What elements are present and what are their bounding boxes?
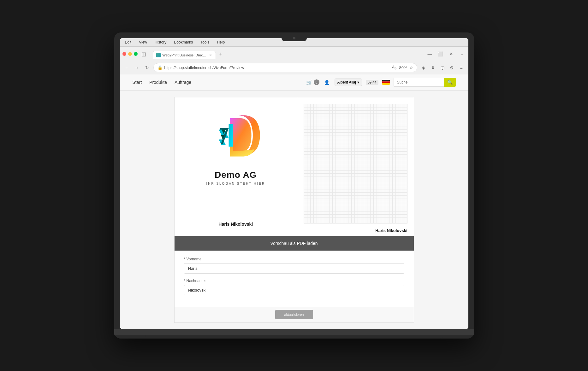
window-minimize-button[interactable]: — — [426, 50, 434, 58]
zoom-level: 80% — [399, 65, 407, 70]
bottom-area: aktualisieren — [175, 307, 414, 322]
address-bar: ← → ↻ 🔒 https://shop.staffelmedien.ch/Vi… — [120, 61, 468, 74]
webcam-notch — [282, 35, 307, 41]
webcam-dot — [293, 37, 295, 39]
company-name: Demo AG — [215, 170, 257, 180]
minimize-button[interactable] — [128, 52, 132, 56]
company-logo — [207, 107, 264, 164]
svg-rect-2 — [382, 83, 390, 85]
forward-button[interactable]: → — [133, 64, 141, 72]
url-bar[interactable]: 🔒 https://shop.staffelmedien.ch/VivaForm… — [153, 63, 417, 72]
close-button[interactable] — [122, 52, 126, 56]
tab-title: Web2Print Business: Drucksac — [163, 53, 207, 57]
extensions-button[interactable]: ⬡ — [439, 64, 446, 72]
sidebar-toggle-button[interactable]: ◫ — [140, 50, 148, 58]
svg-rect-1 — [382, 82, 390, 83]
security-icon: 🔒 — [157, 65, 163, 70]
settings-button[interactable]: ⚙ — [448, 64, 456, 72]
cart-button[interactable]: 🛒 0 — [306, 79, 319, 85]
front-person-name: Haris Nikolovski — [218, 222, 253, 227]
pocket-button[interactable]: ◈ — [420, 64, 427, 72]
tab-close-button[interactable]: × — [209, 53, 212, 57]
url-action-icons: A字 80% ☆ — [392, 65, 413, 71]
back-panel: Haris Nikolovski — [297, 97, 414, 236]
translate-icon[interactable]: A字 — [392, 65, 397, 71]
reload-button[interactable]: ↻ — [143, 64, 151, 72]
laptop-stand — [145, 335, 443, 339]
download-button[interactable]: ⬇ — [429, 64, 437, 72]
browser-chrome: ◫ Web2Print Business: Drucksac × + — ⬜ — [120, 47, 468, 74]
menu-button[interactable]: ≡ — [458, 64, 465, 72]
back-button[interactable]: ← — [123, 64, 131, 72]
preview-panels: Demo AG IHR SLOGAN STEHT HIER Haris Niko… — [175, 97, 414, 236]
website: Start Produkte Aufträge 🛒 0 👤 Albérit Al… — [120, 74, 468, 329]
os-menu-help[interactable]: Help — [216, 39, 226, 45]
window-restore-button[interactable]: ⬜ — [437, 50, 444, 58]
search-button[interactable]: 🔍 — [444, 78, 456, 87]
nachname-input[interactable] — [184, 285, 404, 295]
vorname-input[interactable] — [184, 263, 404, 274]
user-account-button[interactable]: Albérit Allaj ▾ — [335, 78, 362, 86]
search-form: 🔍 — [394, 78, 456, 87]
preview-container: Demo AG IHR SLOGAN STEHT HIER Haris Niko… — [174, 97, 414, 323]
vorname-label: * Vorname: — [184, 257, 404, 261]
site-navigation: Start Produkte Aufträge 🛒 0 👤 Albérit Al… — [120, 74, 468, 91]
company-slogan: IHR SLOGAN STEHT HIER — [206, 182, 265, 185]
vorname-group: * Vorname: — [184, 257, 404, 274]
user-name: Albérit Allaj — [337, 80, 356, 84]
site-nav-links: Start Produkte Aufträge — [133, 80, 192, 85]
back-person-name: Haris Nikolovski — [375, 228, 407, 233]
form-section: * Vorname: * Nachname: — [175, 251, 414, 307]
grid-paper — [304, 104, 407, 223]
nav-start[interactable]: Start — [133, 80, 142, 85]
laptop-base — [114, 329, 474, 335]
window-controls — [122, 52, 138, 56]
search-input[interactable] — [394, 78, 444, 87]
update-button-hint: aktualisieren — [284, 313, 304, 316]
bookmark-icon[interactable]: ☆ — [409, 65, 413, 70]
language-flag[interactable] — [382, 80, 390, 85]
nav-auftraege[interactable]: Aufträge — [175, 80, 191, 85]
cart-count: 0 — [314, 79, 319, 85]
os-menu-view[interactable]: View — [138, 39, 148, 45]
expand-tabs-button[interactable]: ⌄ — [458, 50, 466, 58]
tab-favicon — [156, 53, 161, 57]
site-nav-right: 🛒 0 👤 Albérit Allaj ▾ 59.44 — [306, 78, 456, 87]
pdf-download-button[interactable]: Vorschau als PDF laden — [175, 236, 414, 251]
front-panel: Demo AG IHR SLOGAN STEHT HIER Haris Niko… — [175, 97, 298, 236]
nachname-group: * Nachname: — [184, 279, 404, 295]
os-menu-bookmarks[interactable]: Bookmarks — [173, 39, 194, 45]
os-menu-edit[interactable]: Edit — [124, 39, 133, 45]
cart-icon: 🛒 — [306, 79, 312, 85]
laptop-frame: Edit View History Bookmarks Tools Help — [114, 32, 474, 339]
browser-toolbar: ◈ ⬇ ⬡ ⚙ ≡ — [420, 64, 465, 72]
os-menu-tools[interactable]: Tools — [199, 39, 211, 45]
window-close-button[interactable]: ✕ — [448, 50, 455, 58]
new-tab-button[interactable]: + — [217, 50, 225, 59]
maximize-button[interactable] — [134, 52, 138, 56]
svg-rect-0 — [382, 80, 390, 81]
user-icon[interactable]: 👤 — [323, 78, 331, 86]
pdf-button-label: Vorschau als PDF laden — [270, 241, 318, 246]
main-content: Demo AG IHR SLOGAN STEHT HIER Haris Niko… — [120, 91, 468, 329]
laptop-screen: Edit View History Bookmarks Tools Help — [120, 38, 468, 329]
tab-bar: Web2Print Business: Drucksac × + — [150, 49, 424, 59]
chevron-down-icon: ▾ — [357, 80, 359, 84]
os-menu-history[interactable]: History — [153, 39, 168, 45]
url-text: https://shop.staffelmedien.ch/VivaForm/P… — [164, 66, 390, 70]
nachname-label: * Nachname: — [184, 279, 404, 283]
active-tab[interactable]: Web2Print Business: Drucksac × — [153, 51, 216, 59]
nav-produkte[interactable]: Produkte — [149, 80, 167, 85]
balance-display: 59.44 — [366, 80, 378, 85]
browser-titlebar: ◫ Web2Print Business: Drucksac × + — ⬜ — [120, 47, 468, 61]
